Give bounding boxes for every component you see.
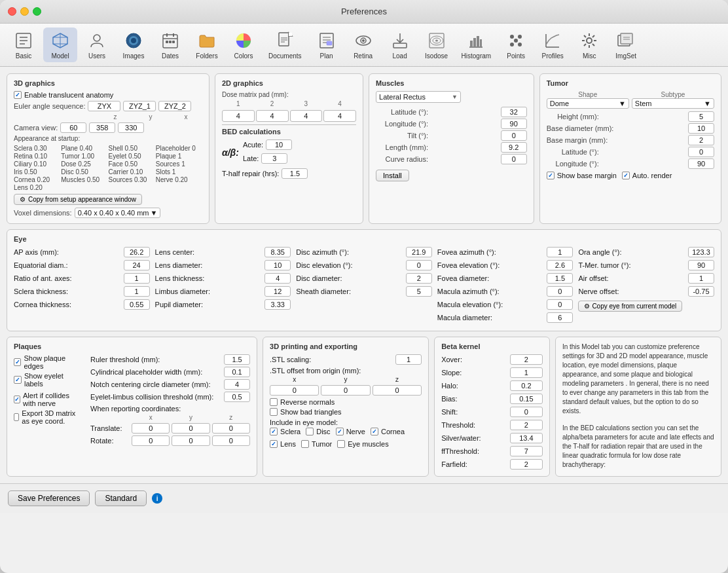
- offset-z[interactable]: 0: [373, 385, 422, 396]
- macula-diam-value[interactable]: 6: [547, 312, 573, 323]
- bias-value[interactable]: 0.15: [510, 394, 543, 404]
- include-tumor-checkbox[interactable]: [301, 440, 309, 448]
- eq-value[interactable]: 24: [124, 260, 150, 270]
- ruler-value[interactable]: 1.5: [224, 354, 250, 365]
- toolbar-histogram[interactable]: Histogram: [456, 28, 497, 62]
- lens-center-value[interactable]: 8.35: [264, 247, 291, 257]
- ffthreshold-value[interactable]: 7: [510, 446, 543, 456]
- lens-thick-value[interactable]: 4: [264, 273, 291, 284]
- threshold-value[interactable]: 2: [510, 420, 543, 430]
- lens-diam-value[interactable]: 10: [264, 260, 291, 270]
- ora-value[interactable]: 123.3: [688, 247, 714, 257]
- translate-z[interactable]: 0: [212, 423, 250, 434]
- dose-cell-3[interactable]: 4: [290, 110, 323, 122]
- disc-diam-value[interactable]: 2: [406, 273, 432, 284]
- fovea-az-value[interactable]: 1: [547, 247, 573, 257]
- show-bad-tri-checkbox[interactable]: [270, 408, 278, 416]
- show-edges-checkbox[interactable]: [14, 358, 21, 366]
- disc-az-value[interactable]: 21.9: [406, 247, 432, 257]
- translate-y[interactable]: 0: [172, 423, 209, 434]
- limbus-value[interactable]: 12: [264, 286, 291, 297]
- toolbar-profiles[interactable]: Profiles: [536, 28, 570, 62]
- halo-value[interactable]: 0.2: [510, 380, 543, 391]
- disc-el-value[interactable]: 0: [406, 260, 432, 270]
- tumor-lat-value[interactable]: 0: [688, 147, 714, 157]
- offset-x[interactable]: 0: [270, 385, 319, 396]
- acute-value[interactable]: 10: [266, 139, 292, 150]
- toolbar-points[interactable]: Points: [499, 28, 533, 62]
- camera-v1[interactable]: 60: [60, 122, 86, 133]
- tumor-shape-select[interactable]: Dome ▼: [547, 98, 629, 109]
- slope-value[interactable]: 1: [510, 367, 543, 378]
- standard-button[interactable]: Standard: [95, 490, 147, 506]
- ratio-value[interactable]: 1: [124, 273, 150, 284]
- tumor-subtype-select[interactable]: Stem ▼: [632, 98, 714, 109]
- include-sclera-checkbox[interactable]: [270, 428, 278, 435]
- toolbar-misc[interactable]: Misc: [572, 28, 606, 62]
- sclera-value[interactable]: 1: [124, 286, 150, 297]
- save-preferences-button[interactable]: Save Preferences: [8, 490, 90, 506]
- muscle-tilt-value[interactable]: 0: [501, 130, 527, 141]
- install-button[interactable]: Install: [376, 170, 409, 181]
- toolbar-folders[interactable]: Folders: [190, 28, 224, 62]
- tumor-basemargin-value[interactable]: 2: [688, 135, 714, 145]
- dose-cell-4[interactable]: 4: [323, 110, 356, 122]
- toolbar-load[interactable]: Load: [383, 28, 417, 62]
- maximize-button[interactable]: [33, 7, 41, 16]
- thalf-value[interactable]: 1.5: [282, 168, 308, 179]
- dose-cell-2[interactable]: 4: [256, 110, 289, 122]
- toolbar-dates[interactable]: Dates: [153, 28, 187, 62]
- nerve-value[interactable]: -0.75: [688, 286, 714, 297]
- pupil-value[interactable]: 3.33: [264, 299, 291, 310]
- toolbar-colors[interactable]: Colors: [227, 28, 261, 62]
- rotate-y[interactable]: 0: [172, 435, 209, 446]
- export-3d-checkbox[interactable]: [14, 413, 19, 421]
- muscle-lat-value[interactable]: 32: [501, 107, 527, 117]
- toolbar-documents[interactable]: Documents: [263, 28, 307, 62]
- include-disc-checkbox[interactable]: [306, 428, 314, 435]
- reverse-normals-checkbox[interactable]: [270, 398, 278, 406]
- copy-eye-button[interactable]: ⚙ Copy eye from current model: [578, 301, 682, 312]
- euler-zyx[interactable]: ZYX: [88, 101, 120, 111]
- close-button[interactable]: [8, 7, 16, 16]
- toolbar-isodose[interactable]: Isodose: [420, 28, 454, 62]
- late-value[interactable]: 3: [261, 153, 287, 164]
- sheath-value[interactable]: 5: [406, 286, 432, 297]
- silver-value[interactable]: 13.4: [510, 433, 543, 443]
- show-base-margin-checkbox[interactable]: [547, 172, 555, 179]
- copy-appearance-button[interactable]: ⚙ Copy from setup appearance window: [14, 194, 142, 205]
- euler-zyz2[interactable]: ZYZ_2: [158, 101, 191, 111]
- minimize-button[interactable]: [20, 7, 29, 16]
- alert-nerve-checkbox[interactable]: [14, 396, 20, 403]
- include-eye-muscles-checkbox[interactable]: [337, 440, 345, 448]
- shift-value[interactable]: 0: [510, 407, 543, 417]
- ap-value[interactable]: 26.2: [124, 247, 150, 257]
- farfield-value[interactable]: 2: [510, 459, 543, 470]
- stl-scale-value[interactable]: 1: [395, 354, 422, 365]
- muscles-dropdown[interactable]: Lateral Rectus ▼: [376, 91, 461, 103]
- toolbar-users[interactable]: Users: [80, 28, 114, 62]
- enable-translucent-checkbox[interactable]: [14, 91, 22, 99]
- fovea-el-value[interactable]: 2.6: [547, 260, 573, 270]
- cornea-value[interactable]: 0.55: [124, 299, 150, 310]
- camera-v3[interactable]: 330: [118, 122, 144, 133]
- toolbar-plan[interactable]: Plan: [310, 28, 344, 62]
- rotate-x[interactable]: 0: [132, 435, 170, 446]
- voxel-select[interactable]: 0.40 x 0.40 x 0.40 mm ▼: [75, 208, 161, 218]
- tumor-basediam-value[interactable]: 10: [688, 123, 714, 134]
- include-lens-checkbox[interactable]: [270, 440, 278, 448]
- cylinder-value[interactable]: 0.1: [224, 367, 250, 377]
- show-labels-checkbox[interactable]: [14, 376, 22, 384]
- info-icon[interactable]: i: [152, 493, 162, 504]
- notch-value[interactable]: 4: [224, 379, 250, 390]
- muscle-curve-value[interactable]: 0: [501, 154, 527, 164]
- tumor-height-value[interactable]: 5: [688, 111, 714, 122]
- include-cornea-checkbox[interactable]: [371, 428, 378, 435]
- toolbar-model[interactable]: Model: [43, 28, 77, 62]
- toolbar-imgset[interactable]: ImgSet: [609, 28, 643, 62]
- muscle-len-value[interactable]: 9.2: [501, 142, 527, 153]
- tmer-value[interactable]: 90: [688, 260, 714, 270]
- auto-render-checkbox[interactable]: [622, 172, 630, 179]
- euler-zyz1[interactable]: ZYZ_1: [123, 101, 156, 111]
- macula-az-value[interactable]: 0: [547, 286, 573, 297]
